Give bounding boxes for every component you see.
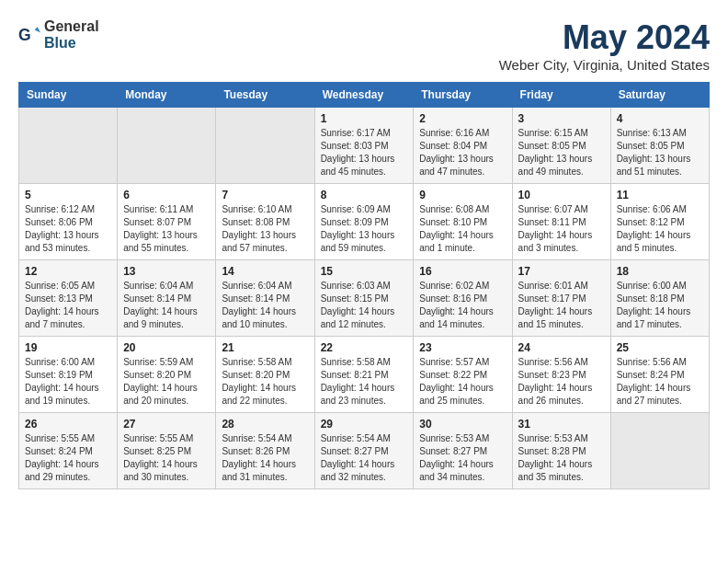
calendar-cell: 2Sunrise: 6:16 AMSunset: 8:04 PMDaylight… [414, 108, 512, 184]
day-number: 24 [518, 341, 605, 354]
day-info: Sunrise: 6:00 AMSunset: 8:18 PMDaylight:… [617, 280, 703, 331]
day-info: Sunrise: 6:09 AMSunset: 8:09 PMDaylight:… [321, 203, 408, 255]
calendar-cell: 17Sunrise: 6:01 AMSunset: 8:17 PMDayligh… [512, 260, 610, 337]
day-number: 20 [123, 341, 210, 354]
calendar-cell: 16Sunrise: 6:02 AMSunset: 8:16 PMDayligh… [414, 260, 512, 337]
logo-text: General Blue [44, 18, 99, 51]
calendar-cell: 19Sunrise: 6:00 AMSunset: 8:19 PMDayligh… [19, 337, 118, 413]
weekday-header-sunday: Sunday [19, 83, 118, 108]
calendar-cell: 24Sunrise: 5:56 AMSunset: 8:23 PMDayligh… [512, 337, 610, 413]
weekday-header-tuesday: Tuesday [216, 83, 314, 108]
calendar-cell: 7Sunrise: 6:10 AMSunset: 8:08 PMDaylight… [216, 184, 314, 260]
day-number: 5 [25, 189, 111, 201]
day-info: Sunrise: 6:05 AMSunset: 8:13 PMDaylight:… [25, 280, 111, 331]
calendar-cell: 20Sunrise: 5:59 AMSunset: 8:20 PMDayligh… [118, 337, 216, 413]
day-number: 29 [321, 418, 408, 431]
calendar-cell: 13Sunrise: 6:04 AMSunset: 8:14 PMDayligh… [118, 260, 216, 337]
day-info: Sunrise: 5:58 AMSunset: 8:20 PMDaylight:… [222, 356, 308, 408]
calendar-cell [216, 108, 314, 184]
calendar-cell: 8Sunrise: 6:09 AMSunset: 8:09 PMDaylight… [314, 184, 414, 260]
day-number: 1 [321, 112, 408, 125]
calendar-cell: 23Sunrise: 5:57 AMSunset: 8:22 PMDayligh… [414, 337, 512, 413]
logo-blue-text: Blue [44, 35, 99, 52]
day-number: 15 [321, 265, 408, 278]
day-number: 27 [123, 418, 210, 431]
day-number: 12 [25, 265, 111, 278]
weekday-header-thursday: Thursday [414, 83, 512, 108]
week-row-1: 1Sunrise: 6:17 AMSunset: 8:03 PMDaylight… [19, 108, 710, 184]
day-number: 13 [123, 265, 210, 278]
day-info: Sunrise: 6:02 AMSunset: 8:16 PMDaylight:… [419, 280, 506, 331]
weekday-header-saturday: Saturday [610, 83, 709, 108]
day-info: Sunrise: 6:16 AMSunset: 8:04 PMDaylight:… [419, 127, 506, 178]
day-info: Sunrise: 5:59 AMSunset: 8:20 PMDaylight:… [123, 356, 210, 408]
calendar-cell: 31Sunrise: 5:53 AMSunset: 8:28 PMDayligh… [512, 413, 610, 489]
calendar-cell [610, 413, 709, 489]
location-title: Weber City, Virginia, United States [499, 57, 710, 73]
day-number: 10 [518, 189, 605, 201]
week-row-2: 5Sunrise: 6:12 AMSunset: 8:06 PMDaylight… [19, 184, 710, 260]
day-number: 16 [419, 265, 506, 278]
day-number: 17 [518, 265, 605, 278]
day-number: 18 [617, 265, 703, 278]
week-row-3: 12Sunrise: 6:05 AMSunset: 8:13 PMDayligh… [19, 260, 710, 337]
day-info: Sunrise: 5:56 AMSunset: 8:24 PMDaylight:… [617, 356, 703, 408]
calendar-cell: 27Sunrise: 5:55 AMSunset: 8:25 PMDayligh… [118, 413, 216, 489]
calendar-cell: 15Sunrise: 6:03 AMSunset: 8:15 PMDayligh… [314, 260, 414, 337]
day-number: 19 [25, 341, 111, 354]
day-number: 2 [419, 112, 506, 125]
calendar-cell: 21Sunrise: 5:58 AMSunset: 8:20 PMDayligh… [216, 337, 314, 413]
calendar-cell: 5Sunrise: 6:12 AMSunset: 8:06 PMDaylight… [19, 184, 118, 260]
day-number: 4 [617, 112, 703, 125]
month-title: May 2024 [499, 18, 710, 57]
day-info: Sunrise: 5:57 AMSunset: 8:22 PMDaylight:… [419, 356, 506, 408]
logo-general-text: General [44, 18, 99, 35]
calendar-cell: 1Sunrise: 6:17 AMSunset: 8:03 PMDaylight… [314, 108, 414, 184]
day-number: 26 [25, 418, 111, 431]
day-info: Sunrise: 6:13 AMSunset: 8:05 PMDaylight:… [617, 127, 703, 178]
calendar-table: SundayMondayTuesdayWednesdayThursdayFrid… [18, 82, 710, 489]
svg-marker-1 [35, 27, 40, 32]
calendar-cell: 14Sunrise: 6:04 AMSunset: 8:14 PMDayligh… [216, 260, 314, 337]
day-info: Sunrise: 6:11 AMSunset: 8:07 PMDaylight:… [123, 203, 210, 255]
calendar-cell [118, 108, 216, 184]
calendar-cell: 26Sunrise: 5:55 AMSunset: 8:24 PMDayligh… [19, 413, 118, 489]
page-header: G General Blue May 2024 Weber City, Virg… [18, 18, 710, 73]
calendar-cell: 11Sunrise: 6:06 AMSunset: 8:12 PMDayligh… [610, 184, 709, 260]
calendar-cell: 29Sunrise: 5:54 AMSunset: 8:27 PMDayligh… [314, 413, 414, 489]
day-number: 23 [419, 341, 506, 354]
calendar-cell: 9Sunrise: 6:08 AMSunset: 8:10 PMDaylight… [414, 184, 512, 260]
day-info: Sunrise: 5:53 AMSunset: 8:28 PMDaylight:… [518, 432, 605, 484]
day-number: 28 [222, 418, 308, 431]
day-number: 6 [123, 189, 210, 201]
calendar-cell: 4Sunrise: 6:13 AMSunset: 8:05 PMDaylight… [610, 108, 709, 184]
day-number: 8 [321, 189, 408, 201]
day-number: 11 [617, 189, 703, 201]
day-number: 14 [222, 265, 308, 278]
svg-text:G: G [18, 25, 31, 43]
day-info: Sunrise: 6:01 AMSunset: 8:17 PMDaylight:… [518, 280, 605, 331]
calendar-cell: 30Sunrise: 5:53 AMSunset: 8:27 PMDayligh… [414, 413, 512, 489]
calendar-cell: 18Sunrise: 6:00 AMSunset: 8:18 PMDayligh… [610, 260, 709, 337]
calendar-cell: 28Sunrise: 5:54 AMSunset: 8:26 PMDayligh… [216, 413, 314, 489]
day-info: Sunrise: 6:04 AMSunset: 8:14 PMDaylight:… [123, 280, 210, 331]
day-info: Sunrise: 6:08 AMSunset: 8:10 PMDaylight:… [419, 203, 506, 255]
day-info: Sunrise: 6:10 AMSunset: 8:08 PMDaylight:… [222, 203, 308, 255]
weekday-header-row: SundayMondayTuesdayWednesdayThursdayFrid… [19, 83, 710, 108]
day-info: Sunrise: 5:55 AMSunset: 8:24 PMDaylight:… [25, 432, 111, 484]
day-number: 31 [518, 418, 605, 431]
day-info: Sunrise: 6:17 AMSunset: 8:03 PMDaylight:… [321, 127, 408, 178]
day-info: Sunrise: 5:54 AMSunset: 8:27 PMDaylight:… [321, 432, 408, 484]
day-info: Sunrise: 5:54 AMSunset: 8:26 PMDaylight:… [222, 432, 308, 484]
weekday-header-monday: Monday [118, 83, 216, 108]
weekday-header-friday: Friday [512, 83, 610, 108]
day-info: Sunrise: 5:58 AMSunset: 8:21 PMDaylight:… [321, 356, 408, 408]
day-number: 22 [321, 341, 408, 354]
day-number: 21 [222, 341, 308, 354]
day-info: Sunrise: 5:56 AMSunset: 8:23 PMDaylight:… [518, 356, 605, 408]
logo-icon: G [18, 24, 40, 46]
day-info: Sunrise: 6:12 AMSunset: 8:06 PMDaylight:… [25, 203, 111, 255]
calendar-cell: 10Sunrise: 6:07 AMSunset: 8:11 PMDayligh… [512, 184, 610, 260]
day-number: 30 [419, 418, 506, 431]
calendar-cell: 25Sunrise: 5:56 AMSunset: 8:24 PMDayligh… [610, 337, 709, 413]
